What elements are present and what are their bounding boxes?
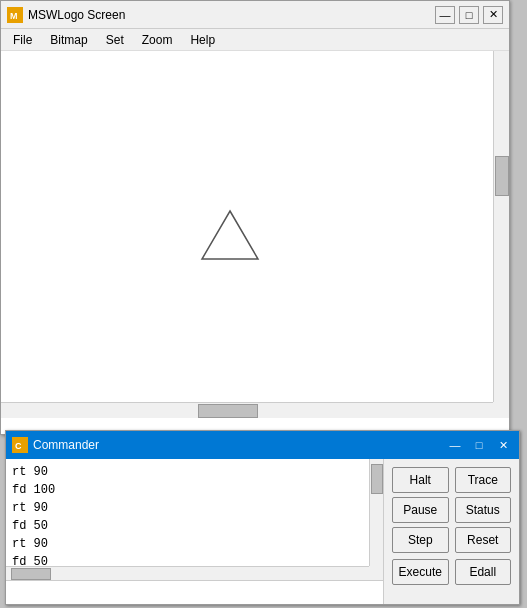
pause-button[interactable]: Pause: [392, 497, 449, 523]
menu-bitmap[interactable]: Bitmap: [42, 31, 95, 49]
svg-text:M: M: [10, 11, 18, 21]
code-vscroll-thumb[interactable]: [371, 464, 383, 494]
screen-window: M MSWLogo Screen — □ ✕ File Bitmap Set Z…: [0, 0, 510, 435]
reset-button[interactable]: Reset: [455, 527, 512, 553]
menu-file[interactable]: File: [5, 31, 40, 49]
svg-marker-2: [202, 211, 258, 259]
menu-set[interactable]: Set: [98, 31, 132, 49]
code-hscrollbar[interactable]: [6, 566, 369, 580]
edall-button[interactable]: Edall: [455, 559, 512, 585]
commander-title-buttons: — □ ✕: [445, 436, 513, 454]
screen-title-text: MSWLogo Screen: [28, 8, 125, 22]
canvas-scrollbar-bottom[interactable]: [1, 402, 493, 418]
code-hscroll-thumb[interactable]: [11, 568, 51, 580]
status-button[interactable]: Status: [455, 497, 512, 523]
commander-window: C Commander — □ ✕ rt 90 fd 100 rt 90 fd …: [5, 430, 520, 605]
menu-help[interactable]: Help: [182, 31, 223, 49]
command-input[interactable]: [6, 581, 383, 604]
commander-title-left: C Commander: [12, 437, 99, 453]
screen-title-buttons: — □ ✕: [435, 6, 503, 24]
commander-close-button[interactable]: ✕: [493, 436, 513, 454]
canvas-scroll-corner: [493, 402, 509, 418]
screen-menu-bar: File Bitmap Set Zoom Help: [1, 29, 509, 51]
step-button[interactable]: Step: [392, 527, 449, 553]
commander-app-icon: C: [12, 437, 28, 453]
triangle-svg: [200, 209, 260, 261]
menu-zoom[interactable]: Zoom: [134, 31, 181, 49]
commander-title-text: Commander: [33, 438, 99, 452]
svg-text:C: C: [15, 441, 22, 451]
button-row-1: Halt Trace: [392, 467, 511, 493]
code-vscrollbar[interactable]: [369, 459, 383, 566]
code-line-5: rt 90: [12, 535, 363, 553]
button-row-3: Step Reset: [392, 527, 511, 553]
trace-button[interactable]: Trace: [455, 467, 512, 493]
screen-minimize-button[interactable]: —: [435, 6, 455, 24]
code-display[interactable]: rt 90 fd 100 rt 90 fd 50 rt 90 fd 50: [6, 459, 383, 580]
screen-title-bar: M MSWLogo Screen — □ ✕: [1, 1, 509, 29]
execute-button[interactable]: Execute: [392, 559, 449, 585]
canvas-hscroll-thumb[interactable]: [198, 404, 258, 418]
code-scroll-corner: [369, 566, 383, 580]
commander-title-bar: C Commander — □ ✕: [6, 431, 519, 459]
commander-maximize-button[interactable]: □: [469, 436, 489, 454]
halt-button[interactable]: Halt: [392, 467, 449, 493]
button-row-2: Pause Status: [392, 497, 511, 523]
code-line-2: fd 100: [12, 481, 363, 499]
button-panel: Halt Trace Pause Status Step Reset Execu…: [384, 459, 519, 604]
commander-text-area: rt 90 fd 100 rt 90 fd 50 rt 90 fd 50: [6, 459, 384, 604]
canvas-vscroll-thumb[interactable]: [495, 156, 509, 196]
input-area: [6, 580, 383, 604]
screen-close-button[interactable]: ✕: [483, 6, 503, 24]
commander-minimize-button[interactable]: —: [445, 436, 465, 454]
code-line-1: rt 90: [12, 463, 363, 481]
canvas-area: [1, 51, 509, 418]
triangle-drawing: [200, 209, 260, 261]
canvas-scrollbar-right[interactable]: [493, 51, 509, 402]
button-row-bottom: Execute Edall: [392, 559, 511, 585]
commander-body: rt 90 fd 100 rt 90 fd 50 rt 90 fd 50: [6, 459, 519, 604]
screen-maximize-button[interactable]: □: [459, 6, 479, 24]
screen-app-icon: M: [7, 7, 23, 23]
screen-title-left: M MSWLogo Screen: [7, 7, 125, 23]
code-line-3: rt 90: [12, 499, 363, 517]
code-line-4: fd 50: [12, 517, 363, 535]
